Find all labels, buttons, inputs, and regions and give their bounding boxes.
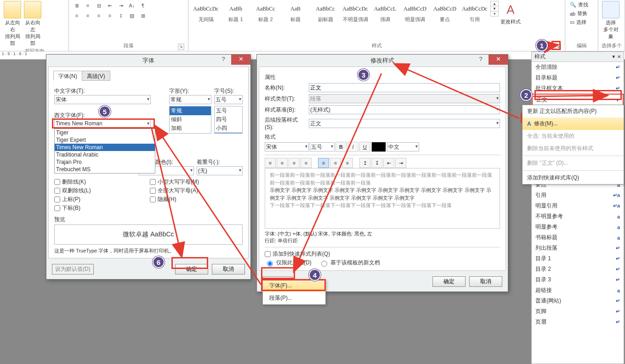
ctx-add-quick[interactable]: 添加到快速样式库(Q) [523, 172, 624, 184]
chk-superscript[interactable]: 上标(P) [54, 196, 147, 203]
indent-icon[interactable]: ⇥ [116, 1, 126, 10]
font-dialog-close-icon[interactable]: ✕ [231, 55, 250, 65]
format-popup-font[interactable]: 字体(F)... [263, 280, 325, 292]
borders-icon[interactable]: ⊞ [138, 11, 148, 20]
tab-font[interactable]: 字体(N) [53, 71, 82, 81]
para-launcher-icon[interactable]: ↘ [178, 44, 184, 50]
rtl-button[interactable]: 从右向左排列局部 [23, 1, 42, 47]
radio-template[interactable]: 基于该模板的新文档 [319, 259, 380, 267]
style-item[interactable]: 页脚↵ [532, 306, 624, 317]
sample-size-combo[interactable]: 五号 [310, 142, 335, 151]
modify-cancel-button[interactable]: 取消 [469, 276, 502, 287]
modify-dialog-close-icon[interactable]: ✕ [489, 55, 508, 65]
style-item[interactable]: 目录 2↵ [532, 264, 624, 274]
en-font-dropdown[interactable]: TigerTiger ExpertTimes New RomanTraditio… [54, 129, 155, 174]
line-spacing-icon[interactable]: ‡ [116, 11, 126, 20]
style-item[interactable]: 全部清除↵ [532, 62, 624, 73]
style-item[interactable]: 页眉↵ [532, 317, 624, 327]
ls-2-btn[interactable]: ≡ [342, 158, 353, 168]
find-button[interactable]: 🔍查找 [568, 1, 590, 9]
next-combo[interactable]: 正文 [309, 119, 500, 128]
select-button[interactable]: ▭选择 [568, 18, 590, 26]
change-styles-button[interactable]: A 更改样式 [500, 1, 522, 25]
font-dialog-help-icon[interactable]: ? [217, 55, 229, 65]
style-gallery-item[interactable]: AaBbCcL强调 [370, 1, 400, 27]
radio-only-doc[interactable]: 仅限此文档(D) [265, 259, 312, 267]
underline-icon[interactable]: U [359, 142, 370, 152]
ls-1-btn[interactable]: ≡ [318, 158, 329, 168]
ls-15-btn[interactable]: ≡ [330, 158, 341, 168]
base-combo[interactable]: (无样式) [309, 105, 500, 114]
align-right-icon[interactable]: ≡ [94, 11, 104, 20]
align-left-btn[interactable]: ≡ [265, 158, 276, 168]
numbering-icon[interactable]: ≡ [83, 1, 93, 10]
font-color-icon[interactable] [371, 142, 386, 152]
align-left-icon[interactable]: ≡ [72, 11, 82, 20]
style-item[interactable]: 普通(网站)↵ [532, 296, 624, 306]
format-popup-paragraph[interactable]: 段落(P)... [263, 292, 325, 304]
style-item[interactable]: 引用↵a [532, 190, 624, 201]
chk-double-strike[interactable]: 双删除线(L) [54, 187, 147, 195]
ctx-modify[interactable]: A修改(M)... [523, 118, 624, 130]
chk-add-quick[interactable]: 添加到快速样式列表(Q) [265, 250, 500, 258]
sample-font-combo[interactable]: 宋体 [265, 142, 309, 151]
en-font-combo[interactable]: Times New Roman [54, 119, 151, 129]
style-gallery-item[interactable]: AaBb标题 1 [221, 1, 250, 27]
style-item[interactable]: 批注框文本↵ [532, 83, 624, 94]
style-input[interactable]: 常规 [169, 95, 211, 104]
font-ok-button[interactable]: 确定 [175, 264, 208, 274]
style-gallery-item[interactable]: AaBbCcD要点 [430, 1, 460, 27]
style-gallery-item[interactable]: AaBbCcD明显强调 [400, 1, 430, 27]
outdent-icon[interactable]: ⇤ [105, 1, 115, 10]
style-gallery-item[interactable]: AaBbCcDc引用 [460, 1, 489, 27]
align-center-icon[interactable]: ≡ [83, 11, 93, 20]
indent-left-btn[interactable]: ⇤ [383, 158, 394, 168]
sample-lang-combo[interactable]: 中文 [387, 142, 419, 151]
styles-gallery[interactable]: AaBbCcDc无间隔AaBb标题 1AaBbCc标题 2AaB标题AaBbCc… [191, 1, 489, 27]
style-item[interactable]: 目录 1↵ [532, 253, 624, 264]
style-item[interactable]: 目录标题↵ [532, 73, 624, 83]
italic-icon[interactable]: I [347, 142, 358, 152]
align-center-btn[interactable]: ≡ [277, 158, 288, 168]
style-item[interactable]: 目录 3↵ [532, 274, 624, 285]
justify-btn[interactable]: ≡ [301, 158, 312, 168]
justify-icon[interactable]: ≡ [105, 11, 115, 20]
indent-right-btn[interactable]: ⇥ [395, 158, 406, 168]
show-marks-icon[interactable]: ¶ [138, 1, 148, 10]
shading-icon[interactable]: ▧ [127, 11, 137, 20]
ctx-update[interactable]: 更新 正文以匹配所选内容(P) [523, 105, 624, 118]
emphasis-combo[interactable]: (无) [197, 166, 243, 175]
bullets-icon[interactable]: ≣ [72, 1, 82, 10]
sort-icon[interactable]: A↓ [127, 1, 137, 10]
font-cancel-button[interactable]: 取消 [212, 264, 245, 274]
modify-ok-button[interactable]: 确定 [432, 276, 466, 287]
style-item-selected[interactable]: 正文▾ [532, 94, 624, 106]
space-after-btn[interactable]: ↧ [371, 158, 382, 168]
style-item[interactable]: 明显参考a [532, 222, 624, 232]
space-before-btn[interactable]: ↥ [359, 158, 370, 168]
chk-strikethrough[interactable]: 删除线(K) [54, 178, 147, 186]
style-listbox[interactable]: 常规倾斜加粗 [169, 106, 211, 134]
chk-hidden[interactable]: 隐藏(H) [150, 196, 243, 203]
size-input[interactable]: 五号 [214, 95, 243, 104]
style-gallery-item[interactable]: AaBbCcDc不明显强调 [341, 1, 370, 27]
align-right-btn[interactable]: ≡ [289, 158, 300, 168]
modify-dialog-help-icon[interactable]: ? [475, 55, 487, 65]
chk-small-caps[interactable]: 小型大写字母(M) [150, 178, 243, 186]
bold-icon[interactable]: B [335, 142, 347, 152]
style-item[interactable]: 书籍标题a [532, 232, 624, 243]
ltr-button[interactable]: 从左向右排列局部 [3, 1, 22, 47]
style-item[interactable]: 超链接a [532, 285, 624, 296]
styles-launcher-icon[interactable]: ↘ [555, 44, 561, 50]
style-gallery-item[interactable]: AaBbCc副标题 [311, 1, 340, 27]
style-gallery-item[interactable]: AaBbCc标题 2 [251, 1, 280, 27]
name-input[interactable] [309, 83, 500, 92]
chk-subscript[interactable]: 下标(B) [54, 204, 147, 212]
multilevel-icon[interactable]: ⊟ [94, 1, 104, 10]
set-default-button[interactable]: 设为默认值(D) [52, 264, 94, 274]
cn-font-combo[interactable]: 宋体 [54, 95, 151, 104]
select-objects-button[interactable]: 选择多个对象 [601, 1, 620, 40]
style-item[interactable]: 明显引用↵a [532, 201, 624, 211]
tab-advanced[interactable]: 高级(V) [82, 71, 110, 81]
chk-all-caps[interactable]: 全部大写字母(A) [150, 187, 243, 195]
